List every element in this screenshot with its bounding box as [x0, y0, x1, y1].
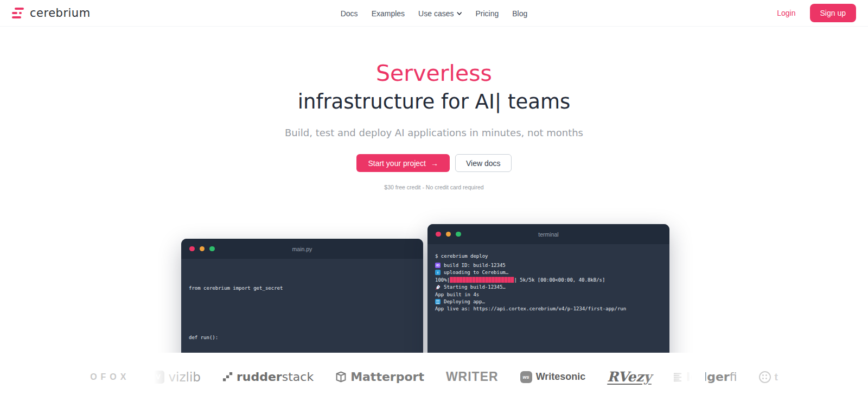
code-window-mainpy: main.py from cerebrium import get_secret…	[181, 239, 423, 353]
terminal-text: Starting build-12345…	[444, 284, 506, 290]
terminal-line-uploading: ↑ uploading to Cerebium…	[435, 269, 662, 276]
terminal-window: terminal $ cerebrium deploy ID build ID:…	[427, 224, 669, 353]
logo-ledgerfi: ledgerfi	[673, 370, 737, 384]
nav-item-use-cases[interactable]: Use cases	[418, 9, 462, 18]
main-nav: Docs Examples Use cases Pricing Blog	[341, 0, 528, 27]
window-titlebar: main.py	[181, 239, 423, 259]
writesonic-icon: ws	[520, 371, 532, 383]
terminal-text: Deploying app…	[444, 299, 485, 304]
window-title: main.py	[292, 246, 312, 252]
minimize-dot-icon	[200, 246, 205, 252]
nav-item-docs-label: Docs	[341, 9, 358, 18]
matterport-icon	[335, 371, 347, 383]
window-title: terminal	[538, 231, 558, 238]
logo-vizlib: V vizlib	[151, 370, 200, 384]
code-line: from cerebrium import get_secret	[189, 284, 416, 292]
code-line	[189, 309, 416, 317]
hero-subtitle: Build, test and deploy AI applications i…	[0, 127, 868, 138]
logo-matterport: Matterport	[335, 370, 424, 384]
terminal-line-prompt: $ cerebrium deploy	[435, 252, 662, 259]
minimize-dot-icon	[446, 232, 451, 237]
login-link[interactable]: Login	[777, 9, 795, 17]
progress-bar: ████████████████████	[450, 277, 514, 283]
hero-title-accent: Serverless	[0, 60, 868, 86]
customer-logo-strip: OFOX V vizlib rudderstack Matterport WRI…	[0, 353, 868, 414]
deploy-screen-icon	[435, 299, 441, 304]
start-project-button[interactable]: Start your project →	[356, 154, 450, 172]
progress-suffix: | 5k/5k [00:00<00:00, 40.8kB/s]	[514, 277, 605, 283]
nav-item-pricing[interactable]: Pricing	[475, 9, 499, 18]
terminal-line-built: App built in 4s	[435, 291, 662, 298]
logo-rvezy: RVezy	[607, 369, 652, 385]
window-titlebar: terminal	[427, 224, 669, 244]
code-line: def run():	[189, 334, 416, 342]
start-project-label: Start your project	[368, 159, 426, 168]
id-badge-icon: ID	[435, 263, 441, 268]
terminal-line-live-url: App live as: https://api.cortex.cerebriu…	[435, 305, 662, 313]
ledgerfi-icon	[673, 372, 682, 382]
terminal-text: build ID: build-12345	[444, 263, 506, 268]
terminal-content: $ cerebrium deploy ID build ID: build-12…	[427, 244, 669, 321]
top-nav: cerebrium Docs Examples Use cases Pricin…	[0, 0, 868, 27]
view-docs-button[interactable]: View docs	[455, 154, 512, 172]
maximize-dot-icon	[456, 232, 461, 237]
maximize-dot-icon	[209, 246, 215, 252]
logo-partial-circle: t	[759, 371, 778, 383]
upload-arrow-icon: ↑	[435, 270, 441, 275]
logo-writesonic: ws Writesonic	[520, 371, 586, 383]
traffic-light-dots	[436, 232, 461, 237]
cta-row: Start your project → View docs	[0, 154, 868, 172]
logo-writer: WRITER	[446, 370, 499, 384]
chevron-down-icon	[456, 11, 462, 16]
terminal-line-build-id: ID build ID: build-12345	[435, 262, 662, 269]
signup-button[interactable]: Sign up	[810, 4, 856, 22]
logo-ofox: OFOX	[90, 372, 130, 382]
progress-prefix: 100%|	[435, 277, 450, 283]
hero-title-main: infrastructure for AI| teams	[0, 90, 868, 113]
nav-item-blog[interactable]: Blog	[512, 9, 527, 18]
terminal-line-deploying: Deploying app…	[435, 298, 662, 305]
brand-logo[interactable]: cerebrium	[12, 7, 91, 20]
close-dot-icon	[436, 232, 441, 237]
terminal-line-starting: Starting build-12345…	[435, 284, 662, 291]
nav-actions: Login Sign up	[777, 4, 856, 22]
dotted-circle-icon	[759, 371, 771, 383]
free-credit-note: $30 free credit - No credit card require…	[0, 184, 868, 190]
arrow-right-icon: →	[431, 159, 438, 168]
hero-section: Serverless infrastructure for AI| teams …	[0, 27, 868, 353]
terminal-text: uploading to Cerebium…	[444, 270, 508, 275]
nav-item-use-cases-label: Use cases	[418, 9, 454, 18]
close-dot-icon	[189, 246, 195, 252]
cerebrium-logo-icon	[12, 8, 25, 19]
nav-item-docs[interactable]: Docs	[341, 9, 358, 18]
code-editor-content: from cerebrium import get_secret def run…	[181, 259, 423, 353]
logo-rudderstack: rudderstack	[222, 370, 314, 384]
nav-item-pricing-label: Pricing	[475, 9, 499, 18]
nav-item-blog-label: Blog	[512, 9, 527, 18]
vizlib-icon: V	[151, 371, 164, 384]
traffic-light-dots	[189, 246, 215, 252]
view-docs-label: View docs	[466, 159, 501, 168]
rudderstack-icon	[222, 372, 233, 382]
nav-item-examples[interactable]: Examples	[372, 9, 405, 18]
nav-item-examples-label: Examples	[372, 9, 405, 18]
cerebrium-landing-page: cerebrium Docs Examples Use cases Pricin…	[0, 0, 868, 414]
rocket-icon	[435, 284, 441, 290]
brand-name: cerebrium	[30, 7, 91, 20]
terminal-line-progress: 100%| ████████████████████ | 5k/5k [00:0…	[435, 276, 662, 283]
